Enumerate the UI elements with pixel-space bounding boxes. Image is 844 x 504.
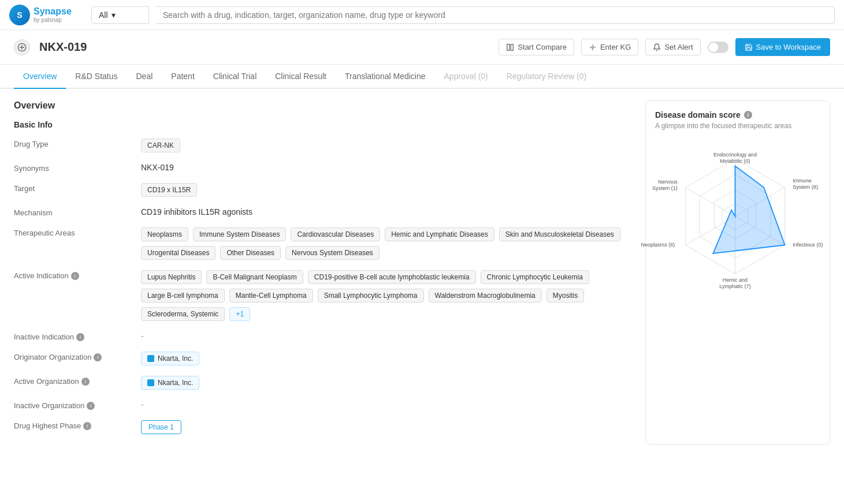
inactive-org-label: Inactive Organization i (14, 400, 141, 410)
label-endocrinology2: Metabolic (0) (720, 158, 750, 164)
phase-tag[interactable]: Phase 1 (141, 420, 181, 434)
label-neoplasms: Neoplasms (6) (641, 242, 675, 248)
therapeutic-areas-row: Therapeutic Areas Neoplasms Immune Syste… (14, 227, 631, 260)
indication-tag-7[interactable]: Waldenstrom Macroglobulinemia (429, 289, 542, 303)
ta-tag-3[interactable]: Hemic and Lymphatic Diseases (385, 227, 494, 241)
basic-info-title: Basic Info (14, 120, 631, 129)
indication-tag-9[interactable]: Scleroderma, Systemic (141, 307, 225, 321)
drug-icon (14, 39, 30, 55)
inactive-org-info-icon[interactable]: i (87, 402, 95, 410)
active-org-value: Nkarta, Inc. (141, 376, 631, 390)
active-indication-label: Active Indication i (14, 270, 141, 280)
logo-sub: by patsnap (34, 17, 72, 24)
indication-tag-6[interactable]: Small Lymphocytic Lymphoma (318, 289, 424, 303)
drug-type-value: CAR-NK (141, 139, 631, 152)
label-immune2: System (8) (793, 184, 818, 190)
originator-org-value: Nkarta, Inc. (141, 352, 631, 365)
indication-more-button[interactable]: +1 (229, 307, 250, 321)
highest-phase-value: Phase 1 (141, 420, 631, 434)
radar-chart: Endocrinology and Metabolic (0) Immune S… (655, 139, 820, 278)
set-alert-button[interactable]: Set Alert (645, 39, 700, 55)
label-endocrinology: Endocrinology and (713, 152, 757, 158)
tab-clinical-trial[interactable]: Clinical Trial (204, 65, 266, 89)
indication-tag-3[interactable]: Chronic Lymphocytic Leukemia (481, 270, 589, 284)
compare-label: Start Compare (518, 43, 567, 51)
indication-tag-1[interactable]: B-Cell Malignant Neoplasm (206, 270, 303, 284)
toggle-knob (709, 43, 718, 52)
compare-button[interactable]: Start Compare (499, 39, 574, 55)
radar-info-icon[interactable]: i (744, 111, 752, 119)
search-input[interactable] (163, 10, 827, 20)
save-workspace-button[interactable]: Save to Workspace (735, 38, 830, 56)
logo-name: Synapse (34, 6, 72, 17)
highest-phase-info-icon[interactable]: i (83, 422, 91, 430)
ta-tag-1[interactable]: Immune System Diseases (193, 227, 286, 241)
ta-tag-4[interactable]: Skin and Musculoskeletal Diseases (499, 227, 620, 241)
main-content: Overview Basic Info Drug Type CAR-NK Syn… (0, 89, 844, 456)
save-label: Save to Workspace (756, 43, 821, 51)
indication-tag-2[interactable]: CD19-positive B-cell acute lymphoblastic… (308, 270, 476, 284)
label-nervous: Nervous (658, 179, 678, 185)
active-indication-info-icon[interactable]: i (71, 272, 79, 280)
ta-tag-6[interactable]: Other Diseases (220, 246, 281, 260)
tab-translational-medicine[interactable]: Translational Medicine (336, 65, 435, 89)
therapeutic-areas-value: Neoplasms Immune System Diseases Cardiov… (141, 227, 631, 260)
indication-tag-0[interactable]: Lupus Nephritis (141, 270, 202, 284)
drug-name: NKX-019 (39, 40, 489, 54)
target-label: Target (14, 183, 141, 193)
highest-phase-row: Drug Highest Phase i Phase 1 (14, 420, 631, 434)
drug-actions: Start Compare Enter KG Set Alert Save to… (499, 38, 830, 56)
set-alert-label: Set Alert (664, 43, 693, 51)
ta-tag-2[interactable]: Cardiovascular Diseases (291, 227, 380, 241)
inactive-indication-value: - (141, 331, 631, 341)
enter-kg-label: Enter KG (600, 43, 631, 51)
originator-org-tag[interactable]: Nkarta, Inc. (141, 352, 199, 365)
tab-approval: Approval (0) (435, 65, 497, 89)
originator-org-row: Originator Organization i Nkarta, Inc. (14, 352, 631, 365)
indication-tag-8[interactable]: Myositis (546, 289, 584, 303)
search-bar (156, 6, 835, 24)
synonyms-row: Synonyms NKX-019 (14, 163, 631, 173)
tab-regulatory-review: Regulatory Review (0) (497, 65, 596, 89)
svg-point-3 (592, 46, 594, 48)
synonyms-value: NKX-019 (141, 163, 631, 172)
label-infectious: Infectious (0) (793, 242, 823, 248)
inactive-indication-row: Inactive Indication i - (14, 331, 631, 341)
navigation-tabs: Overview R&D Status Deal Patent Clinical… (0, 65, 844, 89)
tab-patent[interactable]: Patent (162, 65, 203, 89)
alert-toggle[interactable] (708, 42, 728, 53)
radar-svg: Endocrinology and Metabolic (0) Immune S… (654, 142, 821, 275)
logo-text: Synapse by patsnap (34, 6, 72, 24)
tab-deal[interactable]: Deal (127, 65, 162, 89)
active-indication-row: Active Indication i Lupus Nephritis B-Ce… (14, 270, 631, 321)
svg-rect-1 (507, 44, 510, 50)
disease-domain-card: Disease domain score i A glimpse into th… (645, 100, 830, 445)
tab-overview[interactable]: Overview (14, 65, 66, 89)
drug-header: NKX-019 Start Compare Enter KG Set Alert… (0, 30, 844, 65)
mechanism-row: Mechanism CD19 inhibitors IL15R agonists (14, 207, 631, 217)
tab-clinical-result[interactable]: Clinical Result (266, 65, 336, 89)
synonyms-label: Synonyms (14, 163, 141, 173)
drug-type-label: Drug Type (14, 139, 141, 148)
target-value: CD19 x IL15R (141, 183, 631, 197)
inactive-indication-info-icon[interactable]: i (76, 333, 84, 341)
label-hemic2: Lymphatic (7) (719, 283, 750, 289)
ta-tag-7[interactable]: Nervous System Diseases (285, 246, 380, 260)
active-org-info-icon[interactable]: i (81, 378, 90, 386)
label-nervous2: System (1) (652, 185, 678, 191)
inactive-indication-label: Inactive Indication i (14, 331, 141, 341)
enter-kg-button[interactable]: Enter KG (581, 39, 638, 55)
ta-tag-0[interactable]: Neoplasms (141, 227, 188, 241)
mechanism-label: Mechanism (14, 207, 141, 217)
radar-subtitle: A glimpse into the focused therapeutic a… (655, 122, 820, 130)
originator-org-info-icon[interactable]: i (94, 353, 102, 361)
ta-tag-5[interactable]: Urogenital Diseases (141, 246, 215, 260)
active-org-tag[interactable]: Nkarta, Inc. (141, 376, 199, 390)
tab-rd-status[interactable]: R&D Status (66, 65, 127, 89)
search-type-dropdown[interactable]: All ▾ (91, 6, 149, 24)
originator-org-label: Originator Organization i (14, 352, 141, 361)
therapeutic-areas-label: Therapeutic Areas (14, 227, 141, 237)
indication-tag-5[interactable]: Mantle-Cell Lymphoma (229, 289, 313, 303)
indication-tag-4[interactable]: Large B-cell lymphoma (141, 289, 225, 303)
drug-type-tag: CAR-NK (141, 139, 180, 152)
